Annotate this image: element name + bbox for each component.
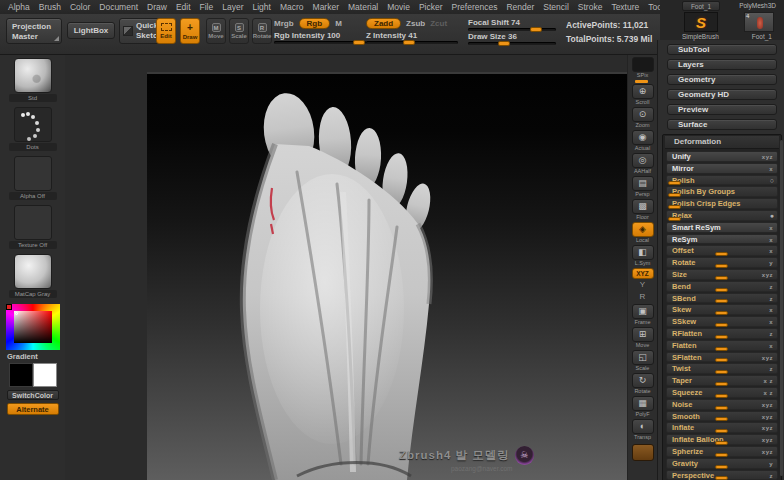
shelf-button-icon[interactable]: [632, 444, 654, 461]
deformation-row[interactable]: Mirror x: [666, 163, 778, 174]
menu-item[interactable]: File: [200, 2, 214, 12]
zsub-toggle[interactable]: Zsub: [406, 19, 425, 28]
menu-item[interactable]: Material: [348, 2, 378, 12]
axis-toggles[interactable]: x: [769, 341, 773, 352]
shelf-button-icon[interactable]: ◱: [632, 350, 654, 365]
slider-knob[interactable]: [715, 453, 728, 457]
document-canvas[interactable]: Zbrush4 발 모델링 ☠ paozang@naver.com: [147, 72, 627, 480]
slider-knob[interactable]: [715, 441, 728, 445]
deformation-row[interactable]: SFlatten xyz: [666, 352, 778, 363]
move-mode-button[interactable]: M Move: [206, 18, 226, 44]
deformation-row[interactable]: Twist z: [666, 363, 778, 374]
panel-scrollbar[interactable]: [780, 140, 783, 476]
slider-knob[interactable]: [715, 358, 728, 362]
deformation-row[interactable]: Unify xyz: [666, 151, 778, 162]
slider-knob[interactable]: [715, 288, 728, 292]
slider-knob[interactable]: [715, 264, 728, 268]
menu-item[interactable]: Macro: [280, 2, 304, 12]
deformation-row[interactable]: Polish By Groups: [666, 186, 778, 197]
axis-toggles[interactable]: xyz: [762, 435, 773, 446]
axis-toggles[interactable]: x z: [763, 388, 773, 399]
axis-toggles[interactable]: x: [769, 246, 773, 257]
menu-item[interactable]: Brush: [39, 2, 61, 12]
draw-mode-button[interactable]: + Draw: [180, 18, 200, 44]
axis-toggles[interactable]: x: [769, 164, 773, 175]
deformation-row[interactable]: ReSym x: [666, 234, 778, 245]
panel-section-header[interactable]: Surface: [667, 119, 777, 130]
shelf-button-icon[interactable]: ◈: [632, 222, 654, 237]
slider-knob[interactable]: [715, 476, 728, 480]
shelf-button-icon[interactable]: XYZ: [632, 268, 654, 279]
menu-item[interactable]: Preferences: [452, 2, 498, 12]
axis-toggles[interactable]: xyz: [762, 447, 773, 458]
color-picker[interactable]: [6, 304, 60, 350]
slider-knob[interactable]: [715, 335, 728, 339]
shelf-button-icon[interactable]: ▦: [632, 396, 654, 411]
slider-knob[interactable]: [668, 217, 681, 221]
shelf-button-icon[interactable]: R: [632, 292, 654, 303]
slider-knob[interactable]: [715, 252, 728, 256]
axis-toggles[interactable]: xyz: [762, 400, 773, 411]
deformation-row[interactable]: Size xyz: [666, 269, 778, 280]
shelf-button[interactable]: ↻ Rotate: [632, 373, 654, 395]
shelf-button-icon[interactable]: ◎: [632, 153, 654, 168]
deformation-row[interactable]: Inflate xyz: [666, 422, 778, 433]
panel-section-header[interactable]: SubTool: [667, 44, 777, 55]
shelf-button-icon[interactable]: ▣: [632, 304, 654, 319]
deformation-row[interactable]: Gravity y: [666, 458, 778, 469]
menu-item[interactable]: Stroke: [578, 2, 603, 12]
scale-mode-button[interactable]: S Scale: [229, 18, 249, 44]
lightbox-button[interactable]: LightBox: [67, 22, 115, 39]
rotate-mode-button[interactable]: R Rotate: [252, 18, 272, 44]
z-intensity-slider[interactable]: Z Intensity 41: [366, 31, 458, 44]
rgb-toggle[interactable]: Rgb: [299, 18, 331, 29]
slider-knob[interactable]: [668, 205, 681, 209]
axis-toggles[interactable]: xyz: [762, 412, 773, 423]
axis-toggles[interactable]: z: [770, 282, 774, 293]
shelf-button[interactable]: ▩ Floor: [632, 199, 654, 221]
shelf-button[interactable]: ◎ AAHalf: [632, 153, 654, 175]
shelf-button[interactable]: ⊙ Zoom: [632, 107, 654, 129]
shelf-button-icon[interactable]: ◉: [632, 130, 654, 145]
shelf-button[interactable]: ⊕ Scroll: [632, 84, 654, 106]
deformation-row[interactable]: Squeeze x z: [666, 387, 778, 398]
shelf-button-icon[interactable]: ⊕: [632, 84, 654, 99]
shelf-button[interactable]: ⊞ Move: [632, 327, 654, 349]
axis-toggles[interactable]: xyz: [762, 152, 773, 163]
shelf-button[interactable]: ◉ Actual: [632, 130, 654, 152]
panel-section-header[interactable]: Layers: [667, 59, 777, 70]
thumbnail-image[interactable]: [14, 254, 52, 289]
shelf-button-icon[interactable]: Y: [632, 280, 654, 291]
slider-knob[interactable]: [715, 323, 728, 327]
gradient-label[interactable]: Gradient: [0, 352, 38, 361]
projection-master-button[interactable]: Projection Master: [6, 18, 62, 44]
focal-shift-slider[interactable]: Focal Shift 74: [468, 18, 556, 31]
shelf-button-icon[interactable]: ⊞: [632, 327, 654, 342]
axis-toggles[interactable]: z: [770, 329, 774, 340]
saturation-square[interactable]: [14, 311, 52, 343]
deformation-row[interactable]: Spherize xyz: [666, 446, 778, 457]
slider-knob[interactable]: [668, 181, 681, 185]
shelf-button-icon[interactable]: ◧: [632, 245, 654, 260]
foot-model[interactable]: [147, 74, 627, 480]
zadd-toggle[interactable]: Zadd: [366, 18, 401, 29]
deformation-row[interactable]: Skew x: [666, 304, 778, 315]
simple-brush-slot[interactable]: S: [684, 12, 718, 32]
axis-toggles[interactable]: x: [769, 305, 773, 316]
axis-toggles[interactable]: x z: [763, 376, 773, 387]
zcut-toggle[interactable]: Zcut: [430, 19, 447, 28]
deformation-row[interactable]: Flatten x: [666, 340, 778, 351]
deformation-row[interactable]: Polish Crisp Edges: [666, 198, 778, 209]
axis-toggles[interactable]: z: [770, 471, 774, 480]
slider-knob[interactable]: [715, 382, 728, 386]
tool-tab[interactable]: Foot_1: [682, 1, 720, 11]
shelf-button[interactable]: ▣ Frame: [632, 304, 654, 326]
axis-toggles[interactable]: z: [770, 364, 774, 375]
shelf-button-icon[interactable]: ↻: [632, 373, 654, 388]
shelf-button[interactable]: [632, 444, 654, 461]
slider-knob[interactable]: [715, 417, 728, 421]
shelf-button-icon[interactable]: [632, 57, 654, 72]
menu-item[interactable]: Texture: [611, 2, 639, 12]
slider-knob[interactable]: [715, 276, 728, 280]
slider-knob[interactable]: [715, 347, 728, 351]
